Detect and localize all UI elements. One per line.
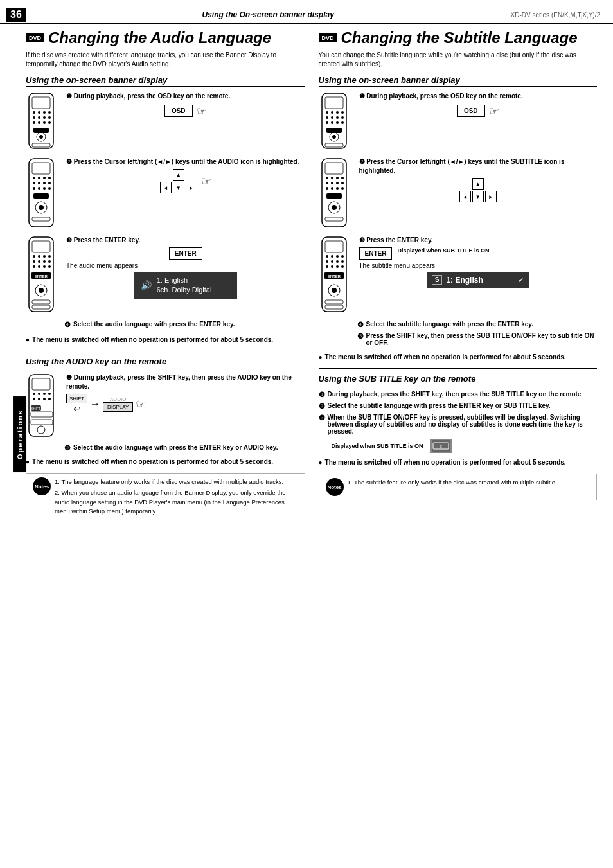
divider-left — [26, 351, 305, 351]
svg-rect-17 — [32, 143, 50, 147]
svg-point-24 — [33, 182, 35, 184]
checkmark-icon: ✓ — [518, 276, 524, 285]
svg-point-34 — [39, 205, 44, 210]
svg-text:ENTER: ENTER — [327, 274, 341, 278]
svg-point-117 — [326, 265, 328, 268]
svg-point-113 — [326, 260, 328, 263]
svg-point-53 — [39, 288, 44, 293]
subtitle-english: 1: English — [446, 276, 483, 285]
subtitle-key-title: Using the SUB TITLE key on the remote — [319, 374, 598, 385]
svg-point-110 — [331, 255, 333, 258]
svg-point-118 — [331, 265, 333, 268]
right-step3-label: ❸ Press the ENTER key. — [359, 236, 598, 245]
left-bullet-note2: ● The menu is switched off when no opera… — [26, 457, 305, 466]
notes-icon-left: Notes — [33, 477, 51, 495]
svg-point-101 — [336, 187, 339, 190]
left-steps-area: ❶ During playback, press the OSD key on … — [26, 92, 305, 329]
enter-btn-left: ENTER — [169, 247, 202, 260]
svg-point-112 — [341, 255, 344, 258]
remote-svg-r2 — [319, 157, 351, 228]
svg-point-97 — [336, 182, 339, 184]
svg-rect-54 — [32, 300, 50, 304]
svg-point-91 — [326, 177, 328, 179]
remote-svg-1 — [26, 92, 58, 150]
svg-point-87 — [332, 135, 336, 139]
svg-rect-125 — [325, 300, 343, 304]
svg-point-11 — [38, 121, 40, 124]
svg-point-45 — [48, 260, 51, 263]
svg-point-25 — [38, 182, 40, 184]
svg-point-43 — [38, 260, 40, 263]
notes-box-right: Notes 1. The subtitle feature only works… — [319, 474, 598, 500]
right-step4: ❹ Select the subtitle language with pres… — [357, 321, 598, 329]
svg-point-96 — [331, 182, 333, 184]
svg-point-111 — [336, 255, 339, 258]
svg-point-63 — [38, 398, 40, 400]
left-step3: ENTER ❸ Press the ENTER key. — [26, 236, 305, 314]
svg-point-119 — [336, 265, 339, 268]
remote-img-2 — [26, 157, 61, 229]
svg-rect-18 — [29, 159, 53, 227]
svg-point-124 — [332, 288, 337, 293]
display-button: DISPLAY — [103, 402, 133, 412]
left-step2-content: ❷ Press the Cursor left/right (◄/►) keys… — [66, 157, 305, 196]
left-step1-label: ❶ During playback, press the OSD key on … — [66, 92, 305, 101]
left-step1-content: ❶ During playback, press the OSD key on … — [66, 92, 305, 121]
osd-button-right: OSD — [457, 105, 485, 117]
svg-point-76 — [341, 111, 344, 114]
audio-step2: ❷ Select the audio language with press t… — [64, 444, 305, 452]
audio-label: AUDIO — [103, 396, 133, 402]
svg-point-20 — [33, 177, 35, 179]
svg-point-105 — [332, 205, 337, 210]
left-column: DVD Changing the Audio Language If the d… — [19, 29, 312, 520]
svg-rect-71 — [322, 93, 346, 148]
page-title-top: Using the On-screen banner display — [202, 10, 333, 19]
svg-point-4 — [43, 111, 46, 114]
svg-point-109 — [326, 255, 328, 258]
svg-point-42 — [33, 260, 35, 263]
svg-text:ENTER: ENTER — [35, 274, 48, 278]
svg-point-38 — [33, 255, 35, 258]
remote-img-3: ENTER — [26, 236, 61, 314]
audio-key-row: SHIFT ❶ During playback, press the SHIFT… — [26, 373, 305, 439]
svg-point-16 — [39, 135, 43, 139]
right-step2: ❷ Press the Cursor left/right (◄/►) keys… — [319, 157, 598, 229]
left-title-text: Changing the Audio Language — [48, 29, 271, 47]
svg-point-47 — [38, 265, 40, 268]
svg-rect-90 — [325, 163, 343, 174]
svg-rect-57 — [32, 378, 50, 390]
svg-point-61 — [48, 393, 51, 395]
shift-audio-display: SHIFT ↩ → AUDIO DISPLAY ☞ — [66, 394, 305, 414]
right-step3: ENTER ❸ Press the ENTER key. — [319, 236, 598, 314]
svg-point-13 — [48, 121, 51, 124]
svg-point-99 — [326, 187, 328, 190]
svg-point-73 — [326, 111, 328, 114]
right-intro: You can change the Subtitle language whi… — [319, 51, 598, 69]
audio-menu-text: 1: English 6ch. Dolby Digital — [157, 276, 212, 296]
svg-rect-103 — [326, 193, 342, 199]
svg-point-78 — [331, 116, 333, 119]
hand-cursor-2: ☞ — [201, 175, 211, 187]
remote-img-1 — [26, 92, 61, 151]
enter-displayed-container: ENTER Displayed when SUB TITLE is ON — [359, 247, 598, 260]
svg-rect-88 — [325, 143, 343, 147]
side-tab: Operations — [13, 396, 26, 472]
right-step1-label: ❶ During playback, press the OSD key on … — [359, 92, 598, 101]
svg-point-114 — [331, 260, 333, 263]
left-banner-title: Using the on-screen banner display — [26, 75, 305, 87]
svg-point-83 — [336, 121, 339, 124]
left-step2: ❷ Press the Cursor left/right (◄/►) keys… — [26, 157, 305, 229]
left-main-title: DVD Changing the Audio Language — [26, 29, 305, 47]
svg-point-92 — [331, 177, 333, 179]
notes-area-right: Notes 1. The subtitle feature only works… — [319, 474, 598, 500]
svg-rect-32 — [33, 193, 49, 199]
svg-point-75 — [336, 111, 339, 114]
svg-point-5 — [48, 111, 51, 114]
right-step2-content: ❷ Press the Cursor left/right (◄/►) keys… — [359, 157, 598, 205]
arrow-keys-right: ▲ ◄ ▼ ► — [359, 178, 598, 202]
enter-btn-right: ENTER — [359, 247, 393, 260]
svg-point-44 — [43, 260, 46, 263]
displayed-when-subtitle: Displayed when SUB TITLE is ON S — [332, 439, 598, 453]
subtitle-menu-display: S 1: English ✓ — [427, 272, 529, 288]
svg-point-26 — [43, 182, 46, 184]
